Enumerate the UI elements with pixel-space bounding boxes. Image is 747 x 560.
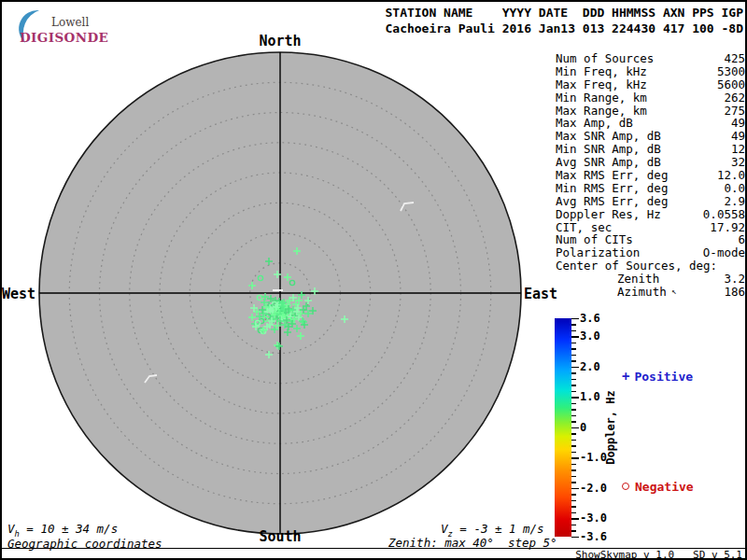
legend-negative-label: Negative bbox=[635, 480, 694, 494]
compass-label-north: North bbox=[243, 33, 317, 49]
stat-value: 275 bbox=[724, 105, 745, 118]
colorbar-tick bbox=[571, 403, 576, 405]
stat-value: 12.0 bbox=[717, 169, 745, 182]
compass-label-south: South bbox=[243, 528, 317, 545]
colorbar-tick bbox=[571, 482, 576, 483]
stat-label: Num of Sources bbox=[556, 52, 654, 65]
stat-row: Zenith3.2 bbox=[556, 273, 745, 286]
stat-row: Min Freq, kHz5300 bbox=[556, 65, 745, 78]
stat-value: 49 bbox=[731, 130, 745, 143]
stat-value: 5600 bbox=[717, 78, 745, 91]
legend-negative: Negative bbox=[622, 480, 694, 494]
stat-label: Num of CITs bbox=[556, 233, 633, 246]
doppler-colorbar bbox=[555, 318, 571, 537]
colorbar-tick-label: -3.6 bbox=[580, 531, 607, 543]
stat-row: Avg RMS Err, deg2.9 bbox=[556, 195, 745, 208]
colorbar-tick-label: 3.6 bbox=[580, 313, 600, 325]
colorbar-tick bbox=[571, 385, 576, 386]
stat-row: Max Range, km275 bbox=[556, 105, 745, 118]
colorbar-tick-label: 2.0 bbox=[580, 361, 600, 373]
colorbar-tick bbox=[571, 397, 579, 399]
stat-label: Avg SNR Amp, dB bbox=[556, 156, 661, 169]
plus-symbol-icon: + bbox=[622, 369, 629, 384]
colorbar-tick bbox=[571, 324, 576, 326]
stat-label: Max SNR Amp, dB bbox=[556, 130, 661, 143]
colorbar-tick bbox=[571, 506, 576, 508]
stat-label: Min RMS Err, deg bbox=[556, 182, 668, 195]
colorbar-tick bbox=[571, 457, 579, 459]
stat-row: Min SNR Amp, dB12 bbox=[556, 143, 745, 156]
colorbar-tick bbox=[571, 391, 576, 393]
stat-row: Max SNR Amp, dB49 bbox=[556, 130, 745, 143]
stat-value: 6 bbox=[738, 233, 745, 246]
stat-label: Max Amp, dB bbox=[556, 117, 633, 130]
stat-row: Avg SNR Amp, dB32 bbox=[556, 156, 745, 169]
stat-value: 262 bbox=[724, 91, 745, 105]
horizontal-velocity-readout: Vh = 10 ± 34 m/s bbox=[7, 522, 118, 539]
stat-row: Min RMS Err, deg0.0 bbox=[556, 182, 745, 195]
colorbar-tick bbox=[571, 355, 576, 357]
stat-label: Min SNR Amp, dB bbox=[556, 143, 661, 156]
stat-label: Max Freq, kHz bbox=[556, 78, 647, 91]
skymap-app-window: Lowell DIGISONDE STATION NAME YYYY DATE … bbox=[0, 0, 747, 560]
colorbar-tick bbox=[571, 469, 576, 471]
stat-value: 0.0558 bbox=[703, 208, 745, 221]
colorbar-tick-label: -3.0 bbox=[580, 512, 607, 525]
stat-value: 186 bbox=[724, 286, 745, 299]
stat-row: PolarizationO-mode bbox=[556, 246, 745, 259]
colorbar-tick bbox=[571, 440, 576, 441]
stat-value: 3.2 bbox=[724, 273, 745, 286]
colorbar-tick-label: 3.0 bbox=[580, 330, 600, 343]
app-version-label: ShowSkymap v 1.0 SD v 5.1 bbox=[575, 549, 742, 560]
stat-value: 425 bbox=[724, 52, 745, 65]
stat-row: Max Freq, kHz5600 bbox=[556, 78, 745, 91]
colorbar-tick-label: -2.0 bbox=[580, 483, 607, 495]
stat-row: Num of CITs6 bbox=[556, 233, 745, 246]
stat-row: Min Range, km262 bbox=[556, 91, 745, 105]
stat-label: Max RMS Err, deg bbox=[556, 169, 668, 182]
azimuth-arrow-icon: ↖ bbox=[667, 287, 677, 296]
colorbar-tick bbox=[571, 348, 576, 350]
stat-label: Min Range, km bbox=[556, 91, 647, 105]
logo-digisonde-text: DIGISONDE bbox=[20, 30, 108, 45]
colorbar-tick bbox=[571, 476, 576, 478]
colorbar-tick bbox=[571, 518, 579, 520]
stat-row: CIT, sec17.92 bbox=[556, 221, 745, 234]
colorbar-tick bbox=[571, 464, 576, 466]
colorbar-tick bbox=[571, 427, 579, 429]
colorbar-tick bbox=[571, 421, 576, 423]
colorbar-tick bbox=[571, 318, 579, 320]
stat-label: CIT, sec bbox=[556, 221, 612, 234]
stat-value: 2.9 bbox=[724, 195, 745, 208]
stat-row: Num of Sources425 bbox=[556, 52, 745, 65]
digisonde-logo: Lowell DIGISONDE bbox=[7, 5, 129, 48]
stat-value: 32 bbox=[731, 156, 745, 169]
colorbar-tick-label: 0 bbox=[580, 422, 586, 434]
logo-lowell-text: Lowell bbox=[51, 16, 89, 29]
stats-panel: Num of Sources425Min Freq, kHz5300Max Fr… bbox=[556, 52, 745, 299]
legend-positive-label: Positive bbox=[634, 370, 693, 384]
circle-symbol-icon bbox=[622, 483, 629, 490]
header-columns: STATION NAME YYYY DATE DDD HHMMSS AXN PP… bbox=[385, 6, 743, 21]
header-values: Cachoeira Pauli 2016 Jan13 013 224430 41… bbox=[385, 21, 743, 37]
colorbar-tick bbox=[571, 343, 576, 344]
stat-row: Center of Sources, deg: bbox=[556, 259, 745, 273]
colorbar-tick bbox=[571, 330, 576, 332]
stat-row: Azimuth ↖186 bbox=[556, 286, 745, 299]
station-header: STATION NAME YYYY DATE DDD HHMMSS AXN PP… bbox=[385, 6, 743, 36]
colorbar-tick bbox=[571, 433, 576, 435]
stat-label: Doppler Res, Hz bbox=[556, 208, 661, 221]
compass-label-east: East bbox=[524, 286, 580, 302]
colorbar-tick bbox=[571, 488, 579, 490]
colorbar-tick bbox=[571, 367, 579, 369]
stat-row: Doppler Res, Hz0.0558 bbox=[556, 208, 745, 221]
colorbar-tick bbox=[571, 445, 576, 447]
stat-value: 0.0 bbox=[724, 182, 745, 195]
stat-value: 12 bbox=[731, 143, 745, 156]
colorbar-tick bbox=[571, 530, 576, 532]
stat-label: Center of Sources, deg: bbox=[556, 259, 717, 273]
legend-positive: +Positive bbox=[622, 369, 693, 384]
colorbar-tick bbox=[571, 500, 576, 502]
colorbar-tick bbox=[571, 379, 576, 381]
stat-value: 17.92 bbox=[710, 221, 745, 234]
